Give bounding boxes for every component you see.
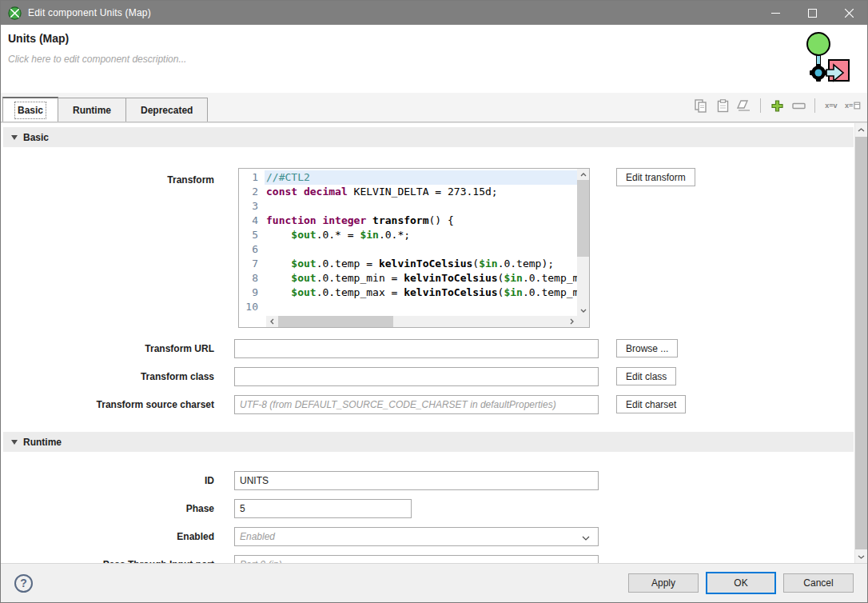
enabled-combobox[interactable]: Enabled bbox=[234, 527, 599, 546]
line-number: 8 bbox=[239, 271, 265, 286]
code-line[interactable]: 1//#CTL2 bbox=[239, 170, 577, 185]
id-label: ID bbox=[2, 471, 234, 490]
edit-component-dialog: Edit component Units (Map) Units (Map) C… bbox=[0, 0, 868, 603]
code-line[interactable]: 4function integer transform() { bbox=[239, 214, 577, 228]
tab-deprecated[interactable]: Deprecated bbox=[125, 98, 208, 122]
tab-bar: BasicRuntimeDeprecated x=v x= bbox=[1, 93, 867, 122]
component-title: Units (Map) bbox=[1, 25, 867, 45]
code-text bbox=[265, 242, 577, 257]
chevron-down-icon bbox=[582, 557, 593, 563]
scrollbar-thumb[interactable] bbox=[577, 180, 589, 257]
enabled-label: Enabled bbox=[2, 527, 234, 546]
line-number: 2 bbox=[239, 185, 265, 199]
tab-label: Runtime bbox=[73, 105, 111, 116]
code-line[interactable]: 3 bbox=[239, 199, 577, 214]
close-button[interactable] bbox=[830, 1, 867, 25]
cancel-button[interactable]: Cancel bbox=[783, 573, 854, 593]
line-number: 1 bbox=[239, 170, 265, 185]
edit-charset-button[interactable]: Edit charset bbox=[616, 395, 686, 413]
tab-basic[interactable]: Basic bbox=[2, 97, 58, 122]
tab-label: Deprecated bbox=[141, 105, 193, 116]
code-line[interactable]: 2const decimal KELVIN_DELTA = 273.15d; bbox=[239, 185, 577, 199]
help-icon[interactable]: ? bbox=[14, 574, 33, 593]
code-line[interactable]: 6 bbox=[239, 242, 577, 257]
editor-vertical-scrollbar[interactable] bbox=[577, 169, 589, 316]
line-number: 3 bbox=[239, 199, 265, 214]
code-line[interactable]: 9 $out.0.temp_max = kelvinToCelsius($in.… bbox=[239, 286, 577, 300]
line-number: 7 bbox=[239, 257, 265, 271]
scroll-right-icon[interactable] bbox=[566, 316, 577, 327]
line-number: 4 bbox=[239, 214, 265, 228]
editor-gutter-corner bbox=[239, 316, 266, 327]
gear-icon bbox=[810, 64, 828, 82]
maximize-button[interactable] bbox=[794, 1, 830, 25]
section-basic[interactable]: Basic bbox=[3, 127, 854, 147]
pass-through-input-port-label: Pass Through Input port bbox=[2, 555, 234, 563]
code-text: //#CTL2 bbox=[265, 170, 577, 185]
map-component-icon bbox=[797, 31, 850, 87]
transform-url-label: Transform URL bbox=[2, 339, 234, 358]
transform-class-input[interactable] bbox=[234, 367, 599, 386]
edit-transform-button[interactable]: Edit transform bbox=[616, 168, 695, 186]
id-input[interactable] bbox=[234, 471, 599, 490]
edit-class-button[interactable]: Edit class bbox=[616, 367, 676, 385]
pass-through-input-port-combobox[interactable]: Port 0 (in) bbox=[234, 555, 599, 563]
code-text bbox=[265, 300, 577, 314]
code-text: $out.0.temp_min = kelvinToCelsius($in.0.… bbox=[265, 271, 577, 286]
scroll-up-icon[interactable] bbox=[855, 123, 867, 136]
code-text: const decimal KELVIN_DELTA = 273.15d; bbox=[265, 185, 577, 199]
transform-url-input[interactable] bbox=[234, 339, 599, 358]
scroll-down-icon[interactable] bbox=[577, 305, 589, 316]
scroll-down-icon[interactable] bbox=[855, 550, 867, 563]
component-header: Units (Map) Click here to edit component… bbox=[1, 25, 867, 93]
code-line[interactable]: 10 bbox=[239, 300, 577, 314]
property-toolbar: x=v x= bbox=[693, 98, 861, 114]
line-number: 9 bbox=[239, 286, 265, 300]
copy-icon[interactable] bbox=[693, 98, 709, 114]
chevron-down-icon bbox=[582, 529, 593, 544]
scroll-up-icon[interactable] bbox=[577, 169, 589, 180]
remove-icon[interactable] bbox=[790, 98, 806, 114]
code-line[interactable]: 8 $out.0.temp_min = kelvinToCelsius($in.… bbox=[239, 271, 577, 286]
add-icon[interactable] bbox=[769, 98, 785, 114]
code-text: $out.0.temp_max = kelvinToCelsius($in.0.… bbox=[265, 286, 577, 300]
clover-app-icon bbox=[8, 6, 22, 20]
scrollbar-thumb[interactable] bbox=[278, 316, 393, 327]
transform-code-editor[interactable]: 1//#CTL22const decimal KELVIN_DELTA = 27… bbox=[238, 168, 590, 328]
component-description-placeholder[interactable]: Click here to edit component description… bbox=[1, 45, 867, 65]
tab-runtime[interactable]: Runtime bbox=[58, 98, 126, 122]
tab-label: Basic bbox=[18, 105, 43, 116]
properties-panel: Basic Transform 1//#CTL22const decimal K… bbox=[1, 122, 867, 563]
line-number: 5 bbox=[239, 228, 265, 242]
toolbar-separator bbox=[814, 98, 815, 113]
collapse-arrow-icon bbox=[11, 135, 18, 140]
transform-class-label: Transform class bbox=[2, 367, 234, 386]
eraser-icon[interactable] bbox=[736, 98, 752, 114]
charset-input[interactable] bbox=[234, 395, 599, 414]
code-line[interactable]: 7 $out.0.temp = kelvinToCelsius($in.0.te… bbox=[239, 257, 577, 271]
edit-value-icon[interactable]: x= bbox=[845, 98, 861, 114]
titlebar: Edit component Units (Map) bbox=[1, 1, 867, 25]
panel-vertical-scrollbar[interactable] bbox=[854, 123, 867, 563]
scroll-left-icon[interactable] bbox=[266, 316, 277, 327]
section-runtime[interactable]: Runtime bbox=[3, 432, 854, 452]
ok-button[interactable]: OK bbox=[706, 572, 776, 594]
scrollbar-thumb[interactable] bbox=[855, 137, 867, 549]
line-number: 6 bbox=[239, 242, 265, 257]
editor-scrollbar-corner bbox=[577, 316, 589, 327]
code-text: $out.0.* = $in.0.*; bbox=[265, 228, 577, 242]
code-line[interactable]: 5 $out.0.* = $in.0.*; bbox=[239, 228, 577, 242]
simple-value-icon[interactable]: x=v bbox=[823, 98, 839, 114]
charset-label: Transform source charset bbox=[2, 395, 234, 414]
code-text: $out.0.temp = kelvinToCelsius($in.0.temp… bbox=[265, 257, 577, 271]
editor-horizontal-scrollbar[interactable] bbox=[266, 316, 577, 327]
dialog-footer: ? Apply OK Cancel bbox=[1, 563, 867, 602]
line-number: 10 bbox=[239, 300, 265, 314]
apply-button[interactable]: Apply bbox=[628, 573, 699, 593]
minimize-button[interactable] bbox=[757, 1, 794, 25]
code-text bbox=[265, 199, 577, 214]
phase-label: Phase bbox=[2, 499, 234, 518]
browse-button[interactable]: Browse ... bbox=[616, 339, 678, 357]
phase-input[interactable] bbox=[234, 499, 412, 518]
paste-icon[interactable] bbox=[715, 98, 731, 114]
